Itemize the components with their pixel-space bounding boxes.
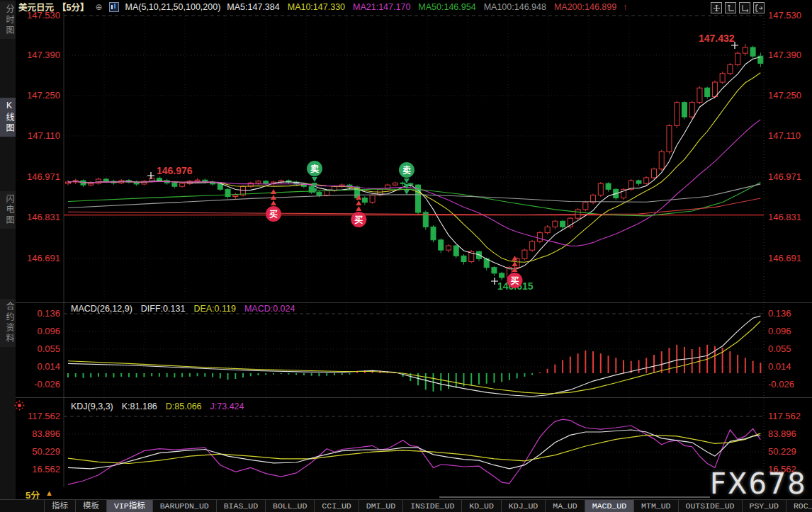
tab-[interactable]: 模板 (76, 500, 107, 512)
axis-label-left: 147.390 (27, 50, 60, 60)
candle-body (103, 179, 108, 181)
tab-roc_ud[interactable]: ROC_UD (786, 500, 812, 512)
tab-dmi_ud[interactable]: DMI_UD (359, 500, 403, 512)
x-axis-scale-icon[interactable] (739, 2, 750, 13)
candle-body (400, 183, 405, 183)
candle-body (96, 179, 101, 183)
macd-dea-value: DEA:0.119 (193, 304, 236, 314)
candle-body (225, 189, 230, 196)
candle-body (370, 195, 375, 202)
candle-body (150, 178, 154, 181)
period-label[interactable]: 【5分】 (57, 0, 89, 13)
candle-body (697, 88, 702, 102)
watermark: FX678 (710, 467, 807, 500)
candle-body (157, 178, 162, 181)
axis-label-left: 0.096 (37, 326, 60, 336)
candle-body (735, 53, 740, 64)
candle-body (651, 169, 656, 178)
sell-signal-label: 卖 (402, 165, 411, 176)
chart-toolbar (711, 2, 765, 13)
tab-vip[interactable]: VIP指标 (107, 500, 153, 512)
tab-cci_ud[interactable]: CCI_UD (315, 500, 359, 512)
buy-signal-label: 买 (269, 210, 278, 220)
ma-legend-value: MA5:147.384 (227, 2, 279, 12)
y-axis-scale-icon[interactable] (725, 2, 736, 13)
up-arrow-icon: ↑ (623, 1, 628, 12)
kdj-panel-header: KDJ(9,3,3) K:81.186 D:85.066 J:73.424 (71, 402, 244, 411)
tab-mtm_ud[interactable]: MTM_UD (634, 500, 678, 512)
axis-label-right: 147.530 (768, 10, 801, 21)
candle-body (636, 181, 641, 183)
candle-body (264, 181, 269, 183)
buy-signal-label: 买 (354, 215, 363, 225)
chart-header: 美元日元 【5分】 ⊕ MA(5,10,21,50,100,200) MA5:1… (18, 0, 628, 13)
candle-body (453, 246, 458, 256)
candle-body (575, 210, 580, 218)
tab-scrollbar[interactable] (439, 496, 710, 498)
candle-body (385, 185, 390, 189)
macd-diff-value: DIFF:0.131 (141, 304, 186, 314)
axis-label-left: 0.014 (37, 361, 60, 372)
axis-label-left: -0.026 (34, 379, 60, 389)
tab-boll_ud[interactable]: BOLL_UD (266, 500, 315, 512)
kdj-k-value: K:81.186 (122, 402, 157, 411)
candle-body (712, 82, 717, 96)
tab-kd_ud[interactable]: KD_UD (462, 500, 502, 512)
axis-label-right: 146.971 (768, 171, 801, 182)
candle-body (606, 183, 611, 189)
candle-body (461, 256, 466, 261)
tab-kdj_ud[interactable]: KDJ_UD (502, 500, 546, 512)
candle-body (195, 180, 200, 181)
candle-body (545, 227, 550, 232)
kdj-title: KDJ(9,3,3) (71, 402, 113, 411)
tab-macd_ud[interactable]: MACD_UD (585, 500, 634, 512)
chart-canvas[interactable]: 147.530147.530147.390147.390147.250147.2… (0, 0, 812, 512)
macd-macd-value: MACD:0.024 (244, 304, 295, 314)
candle-body (522, 250, 527, 258)
tab-outside_ud[interactable]: OUTSIDE_UD (679, 500, 743, 512)
tab-ma_ud[interactable]: MA_UD (546, 500, 585, 512)
ma-legend-value: MA21:147.170 (353, 2, 410, 12)
pan-tool-icon[interactable] (711, 2, 722, 13)
sidebar-item-2[interactable]: K线图 (0, 98, 16, 137)
candle-body (720, 74, 725, 82)
axis-label-left: 0.055 (37, 343, 60, 354)
sidebar-item-1[interactable]: 分时图 (0, 1, 16, 39)
add-indicator-icon[interactable]: ⊕ (95, 2, 102, 12)
axis-label-right: 50.229 (768, 446, 796, 457)
symbol-title: 美元日元 (18, 0, 54, 13)
candle-body (644, 178, 649, 183)
candle-body (233, 195, 238, 196)
ma-legend-value: MA10:147.330 (288, 2, 345, 12)
tab-barupdn_ud[interactable]: BARUPDN_UD (153, 500, 217, 512)
tab-inside_ud[interactable]: INSIDE_UD (403, 500, 462, 512)
sidebar-item-4[interactable]: 合约资料 (0, 299, 16, 347)
trading-terminal: 147.530147.530147.390147.390147.250147.2… (0, 0, 812, 512)
tab-[interactable]: 指标 (44, 500, 76, 512)
candle-body (667, 125, 672, 152)
ma-legend: MA5:147.384MA10:147.330MA21:147.170MA50:… (227, 2, 616, 12)
axis-label-left: 117.562 (28, 411, 60, 421)
candle-body (180, 183, 185, 186)
axis-label-left: 0.136 (37, 308, 60, 319)
sidebar-item-3[interactable]: 闪电图 (0, 191, 16, 229)
axis-label-right: 147.110 (768, 130, 801, 141)
axis-label-right: -0.026 (768, 379, 794, 389)
tab-bias_ud[interactable]: BIAS_UD (217, 500, 266, 512)
triangle-up-icon[interactable]: ▲ (45, 489, 53, 497)
axis-label-right: 147.390 (768, 50, 801, 60)
kdj-j-value: J:73.424 (210, 402, 244, 411)
tab-psy_ud[interactable]: PSY_UD (743, 500, 786, 512)
axis-label-right: 0.055 (768, 343, 791, 354)
axis-label-left: 146.831 (27, 212, 60, 222)
indicator-tab-bar: 指标模板VIP指标BARUPDN_UDBIAS_UDBOLL_UDCCI_UDD… (0, 499, 812, 512)
candle-body (728, 64, 733, 73)
candle-body (423, 212, 428, 227)
axis-label-left: 146.691 (27, 253, 60, 263)
candle-body (431, 227, 436, 239)
candle-body (705, 88, 710, 96)
exit-chart-icon[interactable] (753, 2, 765, 13)
axis-label-right: 83.896 (768, 428, 796, 439)
axis-label-right: 0.136 (768, 308, 791, 319)
axis-label-right: 0.096 (768, 326, 791, 336)
